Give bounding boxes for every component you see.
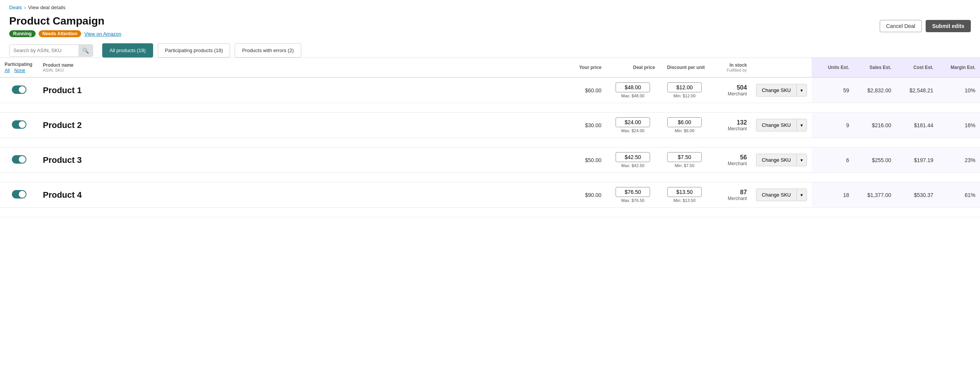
sales-est-cell-3: $1,377.00 <box>854 182 896 208</box>
search-button[interactable]: 🔍 <box>78 45 93 56</box>
discount-min-1: Min: $6.00 <box>664 128 705 133</box>
product-name-cell-2: Product 3 <box>38 148 568 173</box>
deal-price-input-0[interactable] <box>616 82 650 92</box>
product-name-3: Product 4 <box>43 190 82 200</box>
sku-cell-0: Change SKU ▾ <box>751 77 812 103</box>
your-price-value-1: $30.00 <box>585 122 601 128</box>
your-price-cell-1: $30.00 <box>568 113 606 138</box>
sales-est-cell-2: $255.00 <box>854 148 896 173</box>
deal-price-max-3: Max: $76.50 <box>611 198 655 203</box>
sku-dropdown-button-0[interactable]: ▾ <box>796 84 807 97</box>
margin-est-cell-2: 23% <box>938 148 980 173</box>
page-title: Product Campaign <box>9 15 121 27</box>
th-your-price: Your price <box>568 58 606 77</box>
stock-cell-2: 56 Merchant <box>709 148 751 173</box>
discount-cell-3: Min: $13.50 <box>660 182 709 208</box>
badge-needs-attention: Needs Attention <box>39 30 82 37</box>
sku-dropdown-button-1[interactable]: ▾ <box>796 119 807 132</box>
table-row: Product 2 $30.00 Max: $24.00 Min: $6.00 … <box>0 113 980 138</box>
toggle-1[interactable] <box>12 120 26 129</box>
stock-num-2: 56 <box>714 154 747 161</box>
cancel-deal-button[interactable]: Cancel Deal <box>880 20 922 32</box>
discount-input-0[interactable] <box>667 82 702 92</box>
toggle-cell-2 <box>0 148 38 173</box>
select-all-link[interactable]: All <box>5 68 10 73</box>
discount-input-3[interactable] <box>667 187 702 197</box>
discount-cell-2: Min: $7.50 <box>660 148 709 173</box>
cost-est-cell-0: $2,548.21 <box>896 77 938 103</box>
th-cost-est: Cost Est. <box>896 58 938 77</box>
sku-dropdown-button-3[interactable]: ▾ <box>796 189 807 202</box>
deal-price-cell-2: Max: $42.50 <box>606 148 660 173</box>
discount-cell-1: Min: $6.00 <box>660 113 709 138</box>
deal-price-input-1[interactable] <box>616 117 650 127</box>
deal-price-cell-1: Max: $24.00 <box>606 113 660 138</box>
fulfilled-by-1: Merchant <box>714 126 747 131</box>
change-sku-button-0[interactable]: Change SKU <box>756 84 796 97</box>
search-input[interactable] <box>10 45 78 56</box>
th-sales-est: Sales Est. <box>854 58 896 77</box>
fulfilled-by-2: Merchant <box>714 161 747 166</box>
badge-running: Running <box>9 30 36 37</box>
product-name-cell-1: Product 2 <box>38 113 568 138</box>
search-wrap: 🔍 <box>9 44 93 57</box>
toggle-3[interactable] <box>12 190 26 198</box>
deal-price-cell-3: Max: $76.50 <box>606 182 660 208</box>
stock-cell-3: 87 Merchant <box>709 182 751 208</box>
tab-all-products[interactable]: All products (19) <box>102 43 153 57</box>
tab-participating-products[interactable]: Participating products (18) <box>158 43 230 57</box>
table-row: Product 4 $90.00 Max: $76.50 Min: $13.50… <box>0 182 980 208</box>
fulfilled-by-0: Merchant <box>714 91 747 97</box>
view-on-amazon-link[interactable]: View on Amazon <box>84 31 121 37</box>
sku-cell-1: Change SKU ▾ <box>751 113 812 138</box>
sales-est-cell-1: $216.00 <box>854 113 896 138</box>
products-table: Participating All None Product name ASIN… <box>0 58 980 217</box>
submit-edits-button[interactable]: Submit edits <box>926 20 971 32</box>
toggle-2[interactable] <box>12 155 26 164</box>
sku-dropdown-button-2[interactable]: ▾ <box>796 154 807 167</box>
discount-min-3: Min: $13.50 <box>664 198 705 203</box>
breadcrumb-deals[interactable]: Deals <box>9 5 22 10</box>
discount-input-2[interactable] <box>667 152 702 162</box>
discount-min-0: Min: $12.00 <box>664 94 705 98</box>
sku-cell-3: Change SKU ▾ <box>751 182 812 208</box>
your-price-cell-0: $60.00 <box>568 77 606 103</box>
your-price-cell-3: $90.00 <box>568 182 606 208</box>
product-name-1: Product 2 <box>43 120 82 130</box>
th-in-stock: In stock Fulfilled by <box>709 58 751 77</box>
margin-est-cell-1: 16% <box>938 113 980 138</box>
toggle-0[interactable] <box>12 85 26 94</box>
deal-price-max-2: Max: $42.50 <box>611 163 655 168</box>
change-sku-button-2[interactable]: Change SKU <box>756 154 796 167</box>
deal-price-input-3[interactable] <box>616 187 650 197</box>
cost-est-cell-2: $197.19 <box>896 148 938 173</box>
stock-num-0: 504 <box>714 84 747 91</box>
discount-input-1[interactable] <box>667 117 702 127</box>
units-est-cell-0: 59 <box>812 77 854 103</box>
th-sku-spacer <box>751 58 812 77</box>
units-est-cell-3: 18 <box>812 182 854 208</box>
header-left: Product Campaign Running Needs Attention… <box>9 15 121 37</box>
select-none-link[interactable]: None <box>14 68 25 73</box>
toggle-cell-1 <box>0 113 38 138</box>
stock-cell-1: 132 Merchant <box>709 113 751 138</box>
margin-est-cell-3: 61% <box>938 182 980 208</box>
tabs-bar: 🔍 All products (19) Participating produc… <box>0 43 980 58</box>
units-est-cell-1: 9 <box>812 113 854 138</box>
product-name-0: Product 1 <box>43 85 82 95</box>
toggle-cell-0 <box>0 77 38 103</box>
tab-products-with-errors[interactable]: Products with errors (2) <box>235 43 301 57</box>
change-sku-button-3[interactable]: Change SKU <box>756 189 796 202</box>
th-product-name: Product name ASIN, SKU <box>38 58 568 77</box>
product-name-cell-0: Product 1 <box>38 77 568 103</box>
toggle-cell-3 <box>0 182 38 208</box>
breadcrumb-current: View deal details <box>28 5 65 10</box>
th-deal-price: Deal price <box>606 58 660 77</box>
th-discount: Discount per unit <box>660 58 709 77</box>
change-sku-button-1[interactable]: Change SKU <box>756 119 796 132</box>
deal-price-input-2[interactable] <box>616 152 650 162</box>
table-row: Product 1 $60.00 Max: $48.00 Min: $12.00… <box>0 77 980 103</box>
products-table-wrap: Participating All None Product name ASIN… <box>0 58 980 217</box>
discount-cell-0: Min: $12.00 <box>660 77 709 103</box>
breadcrumb: Deals › View deal details <box>0 0 980 13</box>
